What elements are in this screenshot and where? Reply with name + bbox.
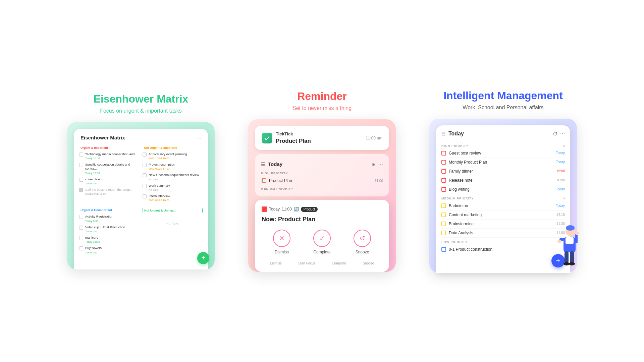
svg-rect-9 [565, 251, 569, 263]
im-task-date-m2: 14:15 [556, 213, 565, 217]
no-tasks-label: No Tasks [143, 215, 203, 232]
rm-task-cb[interactable] [262, 178, 266, 183]
im-cb-h1[interactable] [441, 151, 446, 156]
rm-popup-time: Today, 11:00 [269, 207, 292, 212]
im-today-label: Today [448, 131, 464, 137]
im-cb-m2[interactable] [441, 213, 446, 217]
rm-today-label: Today [268, 161, 282, 167]
intelligent-card: Intelligent Management Work, School and … [423, 89, 584, 273]
im-cb-l1[interactable] [441, 247, 446, 252]
em-task-name-11: Video clip + Post Production [85, 225, 125, 229]
em-task-5: Anniversary event planning 2021/10/08 10… [143, 152, 203, 160]
eisenhower-card: Eisenhower Matrix Focus on urgent & impo… [60, 93, 221, 269]
rm-complete-icon: ✓ [319, 234, 325, 242]
em-task-name-1: Technology media cooperation and... [85, 152, 137, 156]
im-med-section-header: MEDIUM PRIORITY 4 [441, 194, 565, 201]
em-header: Eisenhower Matrix ⋯ [79, 134, 203, 141]
em-task-name-13: Buy flowers [85, 246, 102, 250]
im-high-task-3: Family dinner 19:00 [441, 167, 565, 176]
svg-point-0 [263, 134, 271, 142]
em-task-time-7: No date [149, 178, 199, 181]
em-checkbox-13[interactable] [79, 246, 83, 250]
rm-popup-tag: Product [301, 207, 318, 212]
em-task-name-6: Project resumption [149, 163, 175, 167]
em-checkbox-3[interactable] [79, 178, 83, 182]
im-med-label: MEDIUM PRIORITY [441, 197, 474, 200]
em-more-icon[interactable]: ⋯ [195, 134, 201, 141]
im-low-section-header: LOW PRIORITY [441, 238, 565, 245]
q2-label: Not Urgent & Important [143, 145, 203, 150]
em-checkbox-12[interactable] [79, 236, 83, 240]
quadrant-urgent-important: Urgent & Important Technology media coop… [79, 145, 139, 205]
im-menu-icon[interactable]: ☰ [441, 131, 446, 136]
im-cb-h5[interactable] [441, 187, 446, 192]
em-checkbox-11[interactable] [79, 226, 83, 230]
rm-bottom-dismiss[interactable]: Dismiss [270, 261, 282, 265]
im-low-task-1: 0-1 Product construction [441, 245, 565, 254]
em-checkbox-9[interactable] [143, 194, 147, 198]
main-container: Eisenhower Matrix Focus on urgent & impo… [0, 76, 644, 286]
em-checkbox-7[interactable] [143, 173, 147, 177]
eisenhower-phone-screen: Eisenhower Matrix ⋯ Urgent & Important T… [74, 129, 208, 269]
rm-dismiss-action[interactable]: ✕ Dismiss [273, 230, 290, 254]
im-high-task-2: Monthly Product Plan Today [441, 158, 565, 167]
rm-high-priority-label: HIGH PRIORITY [260, 170, 384, 176]
em-task-time-8: No date [149, 188, 170, 191]
em-task-13: Buy flowers Tomorrow [79, 246, 139, 254]
em-fab-button[interactable]: + [197, 252, 209, 264]
rm-notification-banner: TickTick Product Plan 11:00 am [255, 126, 389, 150]
rm-app-name: TickTick [276, 131, 311, 136]
im-cb-h3[interactable] [441, 169, 446, 174]
quadrant-not-urgent-important: Not Urgent & Important Anniversary event… [143, 145, 203, 205]
rm-snooze-action[interactable]: ↺ Snooze [354, 230, 371, 254]
rm-bottom-snooze[interactable]: Snooze [363, 261, 374, 265]
em-checkbox-4[interactable] [79, 188, 83, 192]
em-task-name-9: Intern interview [149, 194, 170, 198]
im-high-label: HIGH PRIORITY [441, 144, 469, 147]
im-med-task-1: Badminton Today [441, 201, 565, 210]
svg-point-12 [569, 262, 575, 265]
rm-med-priority-label: MEDIUM PRIORITY [260, 185, 384, 192]
em-checkbox-10[interactable] [79, 215, 83, 219]
im-timer-icon[interactable]: ⏱ [553, 131, 557, 136]
im-task-name-m3: Brainstorming [449, 222, 554, 226]
im-high-task-5: Blog writing Today [441, 185, 565, 194]
im-more-icon[interactable]: ⋯ [560, 131, 565, 136]
em-task-time-9: 2021/09/28 10:00 [149, 199, 170, 202]
rm-snooze-icon: ↺ [360, 234, 365, 242]
em-task-time-2: Today 15:00 [85, 172, 139, 175]
im-med-task-3: Brainstorming 11:30 [441, 220, 565, 229]
em-checkbox-6[interactable] [143, 163, 147, 167]
im-cb-h4[interactable] [441, 178, 446, 183]
em-checkbox-1[interactable] [79, 153, 83, 157]
im-cb-m4[interactable] [441, 231, 446, 235]
em-task-4: Call the boss to report the progr... 202… [79, 188, 139, 195]
im-cb-m3[interactable] [441, 222, 446, 226]
card3-title: Intelligent Management [443, 89, 563, 102]
em-task-time-4: 2021/09/28 16:00 [85, 192, 132, 195]
em-checkbox-8[interactable] [143, 184, 147, 188]
rm-dots-icon[interactable]: ⋯ [378, 162, 383, 167]
rm-clock-icon: 🔄 [294, 207, 299, 212]
card3-subtitle: Work, School and Personal affairs [463, 105, 543, 111]
im-med-count: 4 [563, 197, 565, 200]
rm-menu-icon[interactable]: ☰ [261, 162, 265, 167]
im-character-illustration [553, 225, 580, 273]
intelligent-phone-mockup: ☰ Today ⏱ ⋯ HIGH PRIORITY 6 Guest post r… [429, 119, 577, 273]
im-task-name-h2: Monthly Product Plan [449, 160, 553, 165]
em-checkbox-2[interactable] [79, 163, 83, 167]
rm-dismiss-circle: ✕ [273, 230, 290, 247]
em-task-7: New functional requirements review No da… [143, 173, 203, 181]
im-high-task-4: Release note 16:00 [441, 176, 565, 185]
rm-dismiss-label: Dismiss [275, 250, 289, 254]
rm-grid-icon[interactable]: ⊞ [372, 162, 376, 167]
im-cb-h2[interactable] [441, 160, 446, 165]
rm-bottom-complete[interactable]: Complete [332, 261, 346, 265]
em-checkbox-5[interactable] [143, 153, 147, 157]
rm-complete-action[interactable]: ✓ Complete [313, 230, 331, 254]
rm-bottom-focus[interactable]: Start Focus [298, 261, 315, 265]
im-cb-m1[interactable] [441, 203, 446, 208]
rm-phone-task-row: Product Plan 11:00 [260, 176, 384, 185]
em-task-2: Specific cooperation details and contra.… [79, 163, 139, 175]
rm-complete-label: Complete [313, 250, 330, 254]
